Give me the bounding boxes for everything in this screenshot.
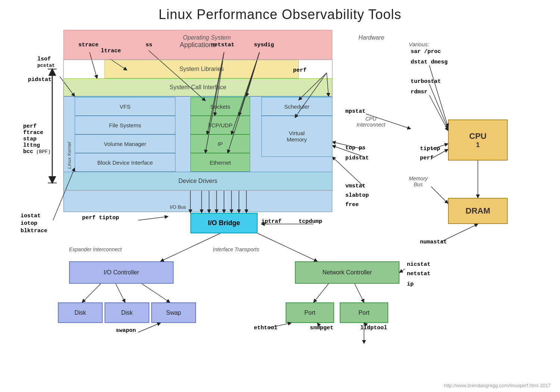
- cell-port1: Port: [286, 302, 334, 323]
- tool-perf2: perf: [420, 155, 433, 161]
- tool-netstat2: netstat: [407, 271, 430, 277]
- svg-line-38: [142, 284, 170, 302]
- svg-line-31: [431, 187, 448, 203]
- tool-perf-ftrace: perfftracestaplttngbcc (BPF): [23, 123, 51, 155]
- tool-pidstat2: pidstat: [345, 155, 369, 161]
- layer-syscall: System Call Interface: [63, 78, 332, 96]
- tool-sar-proc: sar /proc: [411, 49, 441, 55]
- svg-line-33: [138, 217, 168, 220]
- tool-pidstat: pidstat: [28, 77, 52, 83]
- cell-disk2: Disk: [105, 302, 149, 323]
- svg-line-27: [429, 95, 448, 131]
- svg-line-39: [138, 323, 161, 332]
- cell-scheduler: Scheduler: [261, 97, 332, 116]
- svg-line-44: [399, 269, 405, 273]
- cell-sockets: Sockets: [190, 97, 250, 116]
- svg-line-24: [332, 157, 364, 187]
- tool-ss: ss: [146, 42, 152, 48]
- tool-vmstat: vmstat: [345, 183, 365, 189]
- tool-blktrace: blktrace: [21, 228, 47, 234]
- cell-netcontroller: Network Controller: [295, 261, 399, 284]
- tool-ethtool: ethtool: [254, 325, 277, 331]
- tool-pcstat: pcstat: [37, 63, 55, 68]
- cell-vfs: VFS: [75, 97, 175, 116]
- tool-slabtop: slabtop: [345, 192, 369, 199]
- tool-nicstat: nicstat: [407, 261, 430, 268]
- label-os: Operating System: [183, 34, 231, 41]
- tool-strace: strace: [78, 42, 99, 48]
- svg-line-25: [429, 65, 448, 127]
- cell-ip: IP: [190, 134, 250, 153]
- tool-lldptool: lldptool: [360, 325, 387, 331]
- tool-tcpdump: tcpdump: [299, 218, 322, 225]
- svg-line-35: [161, 233, 220, 261]
- cell-iocontroller: I/O Controller: [69, 261, 174, 284]
- cell-devdrivers: Device Drivers: [63, 172, 332, 190]
- cell-iobridge: I/O Bridge: [190, 213, 258, 233]
- cell-volmgr: Volume Manager: [75, 134, 175, 153]
- page-title: Linux Performance Observability Tools: [0, 0, 560, 26]
- tool-ip: ip: [407, 281, 414, 287]
- label-hardware: Hardware: [358, 34, 384, 41]
- label-cpu-interconnect: CPUInterconnect: [357, 116, 385, 128]
- tool-snmpget: snmpget: [310, 325, 333, 331]
- tool-numastat: numastat: [420, 239, 447, 245]
- tool-perf-tiptop: perf tiptop: [82, 215, 119, 221]
- tool-ltrace: ltrace: [101, 48, 121, 54]
- svg-line-37: [116, 284, 125, 302]
- label-interface-transports: Interface Transports: [213, 246, 259, 252]
- cell-blockdev: Block Device Interface: [75, 153, 175, 172]
- tool-netstat: netstat: [211, 42, 234, 48]
- tool-lsof: lsof: [37, 56, 51, 62]
- svg-line-36: [82, 284, 101, 302]
- subtitle: http://www.brendangregg.com/linuxperf.ht…: [444, 383, 551, 388]
- cell-port2: Port: [340, 302, 388, 323]
- tool-tiptop: tiptop: [420, 146, 440, 152]
- cell-tcpudp: TCP/UDP: [190, 116, 250, 134]
- cell-filesystems: File Systems: [75, 116, 175, 134]
- layer-system-libraries: System Libraries: [105, 60, 299, 78]
- svg-line-43: [355, 284, 364, 302]
- label-expander: Expander Interconnect: [69, 246, 122, 252]
- label-various: Various:: [409, 41, 429, 47]
- tool-dstat-dmesg: dstat dmesg: [411, 59, 448, 65]
- cell-cpu: CPU1: [448, 119, 508, 161]
- tool-mpstat: mpstat: [345, 108, 365, 115]
- svg-line-41: [258, 233, 317, 261]
- cell-virtmem: VirtualMemory: [261, 116, 332, 157]
- tool-iotop: iotop: [21, 220, 37, 227]
- cell-dram: DRAM: [448, 198, 508, 224]
- tool-rdmsr: rdmsr: [411, 89, 427, 95]
- label-memory-bus: MemoryBus: [409, 175, 428, 187]
- cell-disk1: Disk: [58, 302, 103, 323]
- svg-line-26: [429, 84, 448, 129]
- svg-line-42: [314, 284, 329, 302]
- tool-free: free: [345, 202, 359, 208]
- cell-ethernet: Ethernet: [190, 153, 250, 172]
- tool-iptraf: iptraf: [261, 218, 281, 225]
- cell-swap: Swap: [151, 302, 196, 323]
- tool-top-ps: top ps: [345, 145, 365, 151]
- tool-io-bus: I/O Bus: [170, 204, 186, 210]
- tool-iostat: iostat: [21, 213, 41, 219]
- tool-perf-top: perf: [293, 67, 307, 74]
- tool-swapon: swapon: [116, 327, 136, 334]
- tool-sysdig: sysdig: [254, 42, 274, 48]
- tool-turbostat: turbostat: [411, 78, 441, 85]
